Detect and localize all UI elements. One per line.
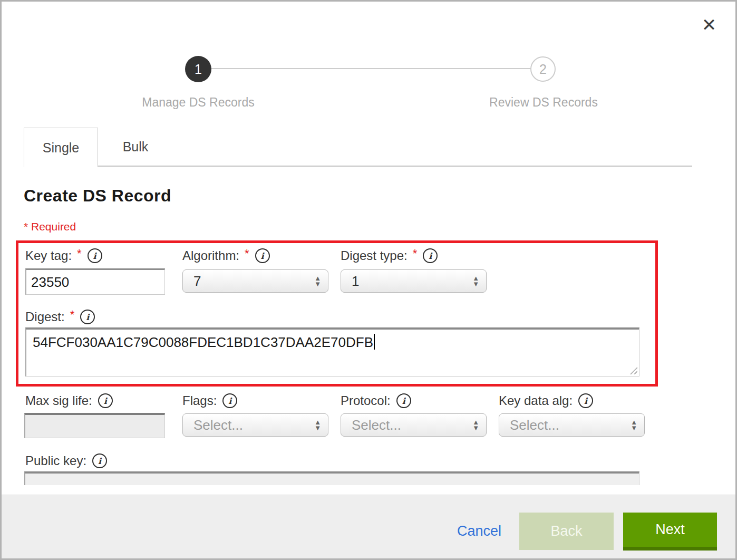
info-icon[interactable]: i bbox=[80, 310, 95, 324]
info-icon[interactable]: i bbox=[255, 248, 270, 263]
max-sig-life-label-text: Max sig life: bbox=[25, 393, 92, 408]
resize-grip-icon[interactable] bbox=[628, 365, 637, 374]
public-key-label-text: Public key: bbox=[25, 453, 86, 468]
key-tag-input[interactable] bbox=[25, 268, 165, 295]
page-title: Create DS Record bbox=[24, 186, 171, 206]
close-icon[interactable]: ✕ bbox=[697, 13, 721, 36]
key-data-alg-label-text: Key data alg: bbox=[499, 393, 573, 408]
required-asterisk: * bbox=[413, 247, 418, 260]
flags-select[interactable]: Select... ▲▼ bbox=[182, 413, 328, 437]
key-data-alg-select-value: Select... bbox=[510, 417, 559, 433]
required-asterisk: * bbox=[70, 308, 75, 322]
step-1-label: Manage DS Records bbox=[88, 95, 309, 110]
key-data-alg-select[interactable]: Select... ▲▼ bbox=[499, 413, 645, 437]
select-arrows-icon: ▲▼ bbox=[472, 420, 479, 430]
stepper-connector-line bbox=[198, 68, 544, 69]
tab-bulk[interactable]: Bulk bbox=[99, 128, 172, 166]
public-key-textarea[interactable] bbox=[24, 471, 639, 485]
digest-type-label-text: Digest type: bbox=[341, 248, 408, 263]
required-asterisk: * bbox=[245, 247, 249, 260]
cancel-link[interactable]: Cancel bbox=[457, 523, 501, 539]
info-icon[interactable]: i bbox=[423, 248, 438, 263]
algorithm-select[interactable]: 7 ▲▼ bbox=[182, 269, 328, 293]
key-tag-label: Key tag: * i bbox=[25, 248, 102, 263]
digest-type-select[interactable]: 1 ▲▼ bbox=[341, 269, 487, 293]
flags-label-text: Flags: bbox=[182, 393, 217, 408]
select-arrows-icon: ▲▼ bbox=[314, 276, 321, 286]
info-icon[interactable]: i bbox=[578, 393, 593, 408]
digest-type-label: Digest type: * i bbox=[341, 248, 438, 263]
next-button[interactable]: Next bbox=[623, 513, 717, 551]
step-2-circle: 2 bbox=[530, 56, 556, 82]
algorithm-label: Algorithm: * i bbox=[182, 248, 270, 263]
digest-label-text: Digest: bbox=[25, 310, 65, 324]
create-ds-record-modal: ✕ 1 2 Manage DS Records Review DS Record… bbox=[0, 0, 737, 560]
key-data-alg-label: Key data alg: i bbox=[499, 393, 593, 408]
flags-select-value: Select... bbox=[193, 417, 243, 433]
digest-label: Digest: * i bbox=[25, 310, 95, 324]
back-button[interactable]: Back bbox=[519, 513, 614, 550]
digest-type-select-value: 1 bbox=[352, 273, 359, 289]
max-sig-life-input[interactable] bbox=[24, 413, 165, 438]
algorithm-select-value: 7 bbox=[193, 273, 201, 289]
text-cursor bbox=[374, 334, 375, 350]
protocol-label-text: Protocol: bbox=[341, 393, 391, 408]
public-key-label: Public key: i bbox=[25, 453, 107, 468]
protocol-label: Protocol: i bbox=[341, 393, 411, 408]
protocol-select-value: Select... bbox=[352, 417, 401, 433]
info-icon[interactable]: i bbox=[98, 393, 113, 408]
info-icon[interactable]: i bbox=[88, 248, 102, 263]
step-2-label: Review DS Records bbox=[433, 95, 654, 110]
select-arrows-icon: ▲▼ bbox=[472, 276, 479, 286]
required-note: * Required bbox=[24, 220, 76, 233]
info-icon[interactable]: i bbox=[222, 393, 237, 408]
info-icon[interactable]: i bbox=[396, 393, 411, 408]
flags-label: Flags: i bbox=[182, 393, 237, 408]
select-arrows-icon: ▲▼ bbox=[631, 420, 637, 430]
protocol-select[interactable]: Select... ▲▼ bbox=[341, 413, 487, 437]
tab-single[interactable]: Single bbox=[24, 128, 98, 167]
info-icon[interactable]: i bbox=[92, 453, 107, 468]
step-1-circle: 1 bbox=[185, 56, 211, 82]
max-sig-life-label: Max sig life: i bbox=[25, 393, 113, 408]
required-asterisk: * bbox=[77, 247, 82, 260]
digest-textarea[interactable]: 54FCF030AA1C79C0088FDEC1BD1C37DAA2E70DFB bbox=[25, 327, 639, 376]
key-tag-label-text: Key tag: bbox=[25, 248, 72, 263]
algorithm-label-text: Algorithm: bbox=[182, 248, 239, 263]
digest-value: 54FCF030AA1C79C0088FDEC1BD1C37DAA2E70DFB bbox=[33, 334, 373, 350]
select-arrows-icon: ▲▼ bbox=[314, 420, 321, 430]
